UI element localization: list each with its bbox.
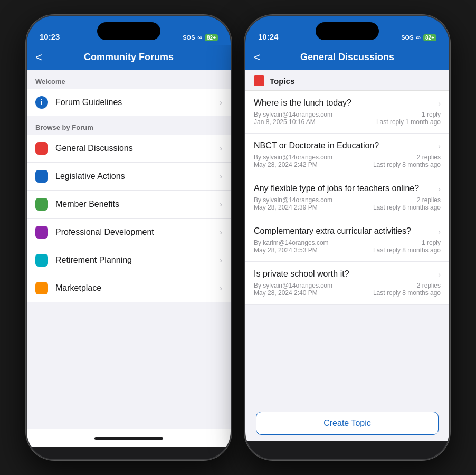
chevron-icon-4: ›	[438, 227, 441, 236]
create-topic-button[interactable]: Create Topic	[256, 412, 439, 435]
chevron-icon: ›	[220, 228, 222, 236]
topic-reply-count-3: 2 replies	[373, 196, 441, 204]
topic-date-1: Jan 8, 2025 10:16 AM	[254, 118, 332, 126]
chevron-icon-2: ›	[438, 142, 441, 150]
right-phone: 10:24 SOS ∞ 82+ < General Discussions To…	[244, 15, 450, 460]
topic-date-2: May 28, 2024 2:42 PM	[254, 161, 332, 168]
marketplace-item[interactable]: Marketplace ›	[27, 274, 231, 302]
topic-item-1[interactable]: Where is the lunch today? › By sylvain@1…	[245, 91, 449, 134]
professional-development-label: Professional Development	[55, 227, 220, 237]
member-benefits-item[interactable]: Member Benefits ›	[27, 191, 231, 218]
topic-meta-3: By sylvain@14oranges.com May 28, 2024 2:…	[254, 196, 441, 211]
general-discussions-item[interactable]: General Discussions ›	[27, 135, 231, 163]
topic-replies-2: 2 replies Last reply 8 months ago	[373, 154, 441, 168]
topic-author-name-2: By sylvain@14oranges.com	[254, 154, 332, 161]
topic-date-4: May 28, 2024 3:53 PM	[254, 246, 329, 254]
back-button-right[interactable]: <	[254, 51, 261, 64]
nav-header-left: < Community Forums	[27, 45, 231, 70]
topic-reply-count-5: 2 replies	[373, 282, 441, 289]
topic-item-3[interactable]: Any flexible type of jobs for teachers o…	[245, 176, 449, 219]
chevron-icon: ›	[220, 98, 222, 107]
orange-icon	[35, 282, 48, 294]
topics-list: Where is the lunch today? › By sylvain@1…	[245, 91, 449, 414]
left-phone: 10:23 SOS ∞ 82+ < Community Forums Welco…	[26, 15, 232, 460]
topic-author-5: By sylvain@14oranges.com May 28, 2024 2:…	[254, 282, 332, 297]
topic-title-2: NBCT or Doctorate in Education?	[254, 141, 441, 150]
topic-last-reply-1: Last reply 1 month ago	[376, 118, 441, 126]
topic-last-reply-3: Last reply 8 months ago	[373, 204, 441, 211]
home-bar-left	[94, 437, 163, 440]
sos-left: SOS	[183, 34, 195, 41]
retirement-planning-item[interactable]: Retirement Planning ›	[27, 246, 231, 274]
chevron-icon: ›	[220, 172, 222, 180]
topic-item-2[interactable]: NBCT or Doctorate in Education? › By syl…	[245, 134, 449, 176]
topic-date-3: May 28, 2024 2:39 PM	[254, 204, 332, 211]
info-icon: i	[35, 96, 48, 109]
topic-author-4: By karim@14oranges.com May 28, 2024 3:53…	[254, 239, 329, 254]
chevron-icon-3: ›	[438, 185, 441, 193]
topic-author-1: By sylvain@14oranges.com Jan 8, 2025 10:…	[254, 111, 332, 126]
topic-meta-2: By sylvain@14oranges.com May 28, 2024 2:…	[254, 154, 441, 168]
topic-item-4[interactable]: Complementary extra curricular activitie…	[245, 219, 449, 262]
professional-development-item[interactable]: Professional Development ›	[27, 218, 231, 246]
wifi-icon-left: ∞	[197, 34, 202, 41]
legislative-actions-item[interactable]: Legislative Actions ›	[27, 163, 231, 191]
wifi-icon-right: ∞	[416, 34, 421, 41]
topic-author-3: By sylvain@14oranges.com May 28, 2024 2:…	[254, 196, 332, 211]
red-icon	[35, 142, 48, 155]
back-button-left[interactable]: <	[35, 51, 42, 64]
screen-content-left: Welcome i Forum Guidelines › Browse by F…	[27, 70, 231, 429]
legislative-actions-label: Legislative Actions	[55, 172, 220, 181]
topic-title-1: Where is the lunch today?	[254, 98, 441, 108]
topic-title-5: Is private school worth it?	[254, 269, 441, 279]
topic-reply-count-1: 1 reply	[376, 111, 441, 118]
topics-header: Topics	[245, 70, 449, 91]
topic-replies-4: 1 reply Last reply 8 months ago	[373, 239, 441, 254]
chevron-icon-1: ›	[438, 99, 441, 108]
topic-author-name-5: By sylvain@14oranges.com	[254, 282, 332, 289]
topic-title-3: Any flexible type of jobs for teachers o…	[254, 184, 441, 193]
topic-replies-3: 2 replies Last reply 8 months ago	[373, 196, 441, 211]
status-icons-right: SOS ∞ 82+	[401, 34, 436, 41]
general-discussions-label: General Discussions	[55, 144, 220, 153]
blue-icon	[35, 170, 48, 183]
topic-meta-1: By sylvain@14oranges.com Jan 8, 2025 10:…	[254, 111, 441, 126]
topic-author-name-1: By sylvain@14oranges.com	[254, 111, 332, 118]
forum-guidelines-item[interactable]: i Forum Guidelines ›	[27, 89, 231, 116]
purple-icon	[35, 226, 48, 239]
battery-right: 82+	[423, 34, 436, 41]
teal-icon	[35, 254, 48, 267]
topic-item-5[interactable]: Is private school worth it? › By sylvain…	[245, 262, 449, 305]
topic-title-4: Complementary extra curricular activitie…	[254, 226, 441, 236]
topic-replies-1: 1 reply Last reply 1 month ago	[376, 111, 441, 126]
chevron-icon: ›	[220, 284, 222, 292]
chevron-icon: ›	[220, 256, 222, 264]
chevron-icon: ›	[220, 144, 222, 153]
section-header-welcome: Welcome	[27, 70, 231, 89]
topic-reply-count-2: 2 replies	[373, 154, 441, 161]
chevron-icon-5: ›	[438, 270, 441, 279]
chevron-icon: ›	[220, 200, 222, 208]
welcome-section: i Forum Guidelines ›	[27, 89, 231, 116]
dynamic-island-left	[97, 22, 160, 40]
topic-last-reply-5: Last reply 8 months ago	[373, 289, 441, 297]
home-indicator-left	[27, 429, 231, 447]
topic-meta-5: By sylvain@14oranges.com May 28, 2024 2:…	[254, 282, 441, 297]
forum-guidelines-label: Forum Guidelines	[55, 98, 220, 107]
topics-label: Topics	[270, 77, 294, 86]
topic-meta-4: By karim@14oranges.com May 28, 2024 3:53…	[254, 239, 441, 254]
status-icons-left: SOS ∞ 82+	[183, 34, 218, 41]
topic-author-name-3: By sylvain@14oranges.com	[254, 196, 332, 204]
battery-left: 82+	[205, 34, 218, 41]
topic-last-reply-4: Last reply 8 months ago	[373, 246, 441, 254]
browse-section: General Discussions › Legislative Action…	[27, 135, 231, 302]
time-right: 10:24	[258, 32, 278, 41]
topic-date-5: May 28, 2024 2:40 PM	[254, 289, 332, 297]
section-header-browse: Browse by Forum	[27, 116, 231, 135]
nav-header-right: < General Discussions	[245, 45, 449, 70]
green-icon	[35, 198, 48, 211]
topics-red-icon	[254, 75, 264, 86]
topic-replies-5: 2 replies Last reply 8 months ago	[373, 282, 441, 297]
topic-last-reply-2: Last reply 8 months ago	[373, 161, 441, 168]
marketplace-label: Marketplace	[55, 283, 220, 293]
